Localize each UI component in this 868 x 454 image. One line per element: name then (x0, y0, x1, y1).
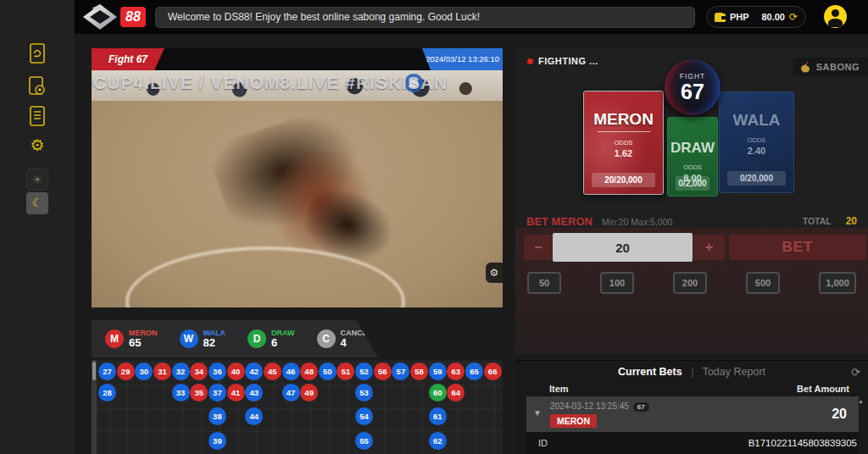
transactions-icon[interactable] (27, 76, 47, 97)
total-value: 20 (846, 215, 857, 227)
fight-number-circle: FIGHT 67 (665, 59, 721, 115)
meron-title: MERON (593, 110, 654, 129)
wallet-icon (715, 13, 726, 22)
result-cell-27: 27 (98, 363, 116, 380)
result-cell-32: 32 (172, 363, 190, 380)
stream-watermark: UCUP4.LIVE / VENOM8.LIVE #RISKISAN (92, 73, 448, 93)
stat-count: 6 (271, 337, 295, 349)
result-cell-56: 56 (374, 363, 392, 380)
rooster-icon (799, 61, 812, 74)
draw-odds-label: ODDS (683, 163, 702, 171)
fight-number-badge: Fight 67 (92, 48, 164, 70)
fight-status: FIGHTING ... (527, 56, 598, 66)
draw-bet-card[interactable]: DRAW ODDS 8.00 0/2,000 (667, 117, 718, 197)
results-stats-bar: M MERON 65 W WALA 82 D DRAW 6 C CANCEL 4 (92, 320, 378, 357)
result-cell-64: 64 (447, 384, 465, 401)
result-cell-54: 54 (355, 407, 373, 425)
settings-gear-icon[interactable]: ⚙ (27, 136, 47, 156)
bet-history-icon[interactable] (27, 43, 47, 64)
wala-dot-icon: W (180, 329, 198, 348)
result-cell-28: 28 (98, 384, 116, 401)
video-settings-icon[interactable]: ⚙ (486, 263, 503, 283)
provider-tag[interactable]: SABONG (793, 58, 868, 76)
decrease-bet-button[interactable]: − (524, 235, 553, 260)
tab-current-bets[interactable]: Current Bets (618, 366, 682, 378)
result-cell-46: 46 (282, 363, 300, 380)
result-cell-37: 37 (209, 384, 226, 401)
grid-scrollbar[interactable] (92, 360, 97, 454)
wala-bet-card[interactable]: WALA ODDS 2.40 0/20,000 (719, 91, 794, 193)
results-history-grid: 2729303132343640424546485051525657585963… (92, 360, 503, 454)
stat-wala: W WALA 82 (180, 329, 226, 349)
status-text: FIGHTING ... (538, 56, 598, 66)
place-bet-button[interactable]: BET (729, 235, 866, 260)
result-cell-48: 48 (300, 363, 318, 380)
wallet-balance[interactable]: PHP 80.00 ⟳ (706, 6, 806, 28)
result-cell-47: 47 (282, 384, 300, 401)
video-timestamp-badge: 2024/03/12 13:26:10 (422, 48, 503, 70)
top-bar: 88 Welcome to DS88! Enjoy the best onlin… (0, 0, 868, 34)
live-dot-icon (527, 58, 533, 64)
bet-side-badge: MERON (550, 414, 597, 428)
wala-pool: 0/20,000 (727, 171, 786, 185)
result-cell-33: 33 (172, 384, 190, 401)
wala-odds-label: ODDS (748, 136, 766, 144)
result-cell-51: 51 (337, 363, 354, 380)
light-mode-icon[interactable]: ☀ (26, 169, 48, 191)
quick-amount-50[interactable]: 50 (527, 272, 561, 294)
result-cell-62: 62 (429, 432, 447, 450)
dark-mode-icon[interactable]: ☾ (26, 192, 48, 214)
quick-amount-row: 50 100 200 500 1,000 (515, 272, 868, 294)
quick-amount-1000[interactable]: 1,000 (819, 272, 856, 294)
tab-separator: | (691, 366, 693, 378)
result-cell-29: 29 (117, 363, 135, 380)
bet-id-row: ID B1710221145803839305 (526, 432, 859, 454)
divider (598, 131, 650, 132)
bets-refresh-icon[interactable]: ⟳ (851, 366, 860, 379)
chevron-down-icon[interactable]: ▼ (533, 408, 542, 418)
user-avatar[interactable] (824, 5, 847, 28)
result-cell-44: 44 (245, 407, 263, 425)
tab-today-report[interactable]: Today Report (703, 366, 765, 378)
logo-88-badge: 88 (120, 7, 146, 27)
bet-amount-input[interactable] (553, 233, 693, 262)
bet-id-value: B1710221145803839305 (748, 438, 857, 448)
result-cell-66: 66 (484, 363, 502, 380)
result-cell-36: 36 (209, 363, 226, 380)
result-cell-65: 65 (465, 363, 483, 380)
result-cell-59: 59 (429, 363, 447, 380)
meron-pool: 20/20,000 (592, 173, 655, 187)
currency-label: PHP (730, 12, 749, 22)
increase-bet-button[interactable]: + (693, 235, 725, 260)
left-sidebar: ⚙ ☀ ☾ (0, 0, 75, 454)
draw-title: DRAW (670, 140, 715, 157)
col-item: Item (549, 384, 569, 394)
ds88-logo[interactable]: 88 (81, 3, 146, 30)
balance-refresh-icon[interactable]: ⟳ (789, 12, 798, 22)
stat-meron: M MERON 65 (105, 329, 158, 349)
result-cell-39: 39 (209, 432, 226, 450)
result-cell-43: 43 (245, 384, 263, 401)
bets-column-headers: Item Bet Amount (549, 384, 849, 394)
wala-title: WALA (733, 111, 781, 130)
grid-scroll-thumb[interactable] (92, 362, 96, 380)
quick-amount-100[interactable]: 100 (600, 272, 634, 294)
balance-value: 80.00 (761, 12, 785, 22)
bet-limits: Min:20 Max:5,000 (602, 217, 672, 227)
video-header: Fight 67 2024/03/12 13:26:10 (92, 48, 503, 70)
bet-amount-value: 20 (832, 407, 847, 422)
meron-bet-card[interactable]: MERON ODDS 1.62 20/20,000 (583, 91, 664, 195)
result-cell-31: 31 (153, 363, 171, 380)
result-cell-61: 61 (429, 407, 447, 425)
stat-count: 65 (129, 337, 158, 349)
quick-amount-500[interactable]: 500 (746, 272, 780, 294)
stat-count: 4 (341, 337, 373, 349)
ds-diamond-icon (81, 3, 119, 30)
video-frame: UCUP4.LIVE / VENOM8.LIVE #RISKISAN (92, 70, 503, 307)
reports-icon[interactable] (27, 106, 47, 126)
bet-record-row[interactable]: ▼ 2024-03-12 13:25:4567 MERON 20 (526, 396, 859, 432)
result-cell-58: 58 (410, 363, 428, 380)
bets-scrollbar[interactable]: ▲ (858, 398, 864, 404)
live-video-player[interactable]: Fight 67 2024/03/12 13:26:10 UCUP4.LIVE … (92, 48, 503, 307)
quick-amount-200[interactable]: 200 (673, 272, 707, 294)
